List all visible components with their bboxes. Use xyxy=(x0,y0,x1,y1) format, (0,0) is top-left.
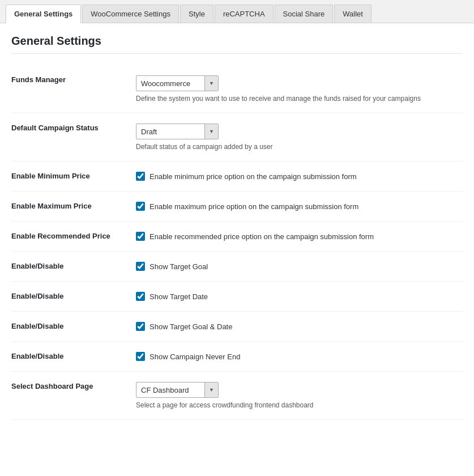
select-dashboard-page-value: CF Dashboard Select a page for access cr… xyxy=(136,372,463,420)
enable-disable-date-value: Show Target Date xyxy=(136,282,463,312)
enable-recommended-price-checkbox[interactable] xyxy=(136,232,145,241)
settings-table: Funds Manager Woocommerce Define the sys… xyxy=(11,65,463,420)
enable-minimum-price-checkbox-label: Enable minimum price option on the campa… xyxy=(150,172,357,181)
default-campaign-status-arrow xyxy=(204,124,218,139)
enable-disable-goal-date-row: Enable/Disable Show Target Goal & Date xyxy=(11,312,463,342)
enable-disable-never-end-value: Show Campaign Never End xyxy=(136,342,463,372)
enable-recommended-price-value: Enable recommended price option on the c… xyxy=(136,222,463,252)
default-campaign-status-label: Default Campaign Status xyxy=(11,113,136,162)
enable-disable-never-end-row: Enable/Disable Show Campaign Never End xyxy=(11,342,463,372)
enable-disable-goal-date-checkbox-label: Show Target Goal & Date xyxy=(150,322,232,331)
enable-disable-goal-checkbox-label: Show Target Goal xyxy=(150,262,208,271)
enable-maximum-price-label: Enable Maximum Price xyxy=(11,192,136,222)
enable-disable-goal-checkbox[interactable] xyxy=(136,262,145,271)
enable-disable-date-checkbox-label: Show Target Date xyxy=(150,292,208,301)
enable-disable-never-end-checkbox-label: Show Campaign Never End xyxy=(150,352,240,361)
content-area: General Settings Funds Manager Woocommer… xyxy=(0,23,474,476)
select-dashboard-page-select[interactable]: CF Dashboard xyxy=(136,385,204,396)
enable-disable-date-checkbox[interactable] xyxy=(136,292,145,301)
enable-minimum-price-value: Enable minimum price option on the campa… xyxy=(136,162,463,192)
tab-general[interactable]: General Settings xyxy=(6,5,81,23)
page-title: General Settings xyxy=(11,35,463,48)
funds-manager-row: Funds Manager Woocommerce Define the sys… xyxy=(11,65,463,113)
enable-disable-never-end-label: Enable/Disable xyxy=(11,342,136,372)
enable-maximum-price-checkbox[interactable] xyxy=(136,202,145,211)
enable-disable-goal-date-value: Show Target Goal & Date xyxy=(136,312,463,342)
enable-disable-goal-date-label: Enable/Disable xyxy=(11,312,136,342)
enable-minimum-price-label: Enable Minimum Price xyxy=(11,162,136,192)
tab-social-share[interactable]: Social Share xyxy=(275,5,334,23)
tab-style[interactable]: Style xyxy=(180,5,213,23)
tab-woocommerce[interactable]: WooCommerce Settings xyxy=(82,5,179,23)
funds-manager-value: Woocommerce Define the system you want t… xyxy=(136,65,463,113)
enable-disable-goal-label: Enable/Disable xyxy=(11,252,136,282)
select-dashboard-page-arrow xyxy=(204,382,218,398)
funds-manager-select-arrow xyxy=(204,75,218,91)
enable-disable-date-label: Enable/Disable xyxy=(11,282,136,312)
funds-manager-label: Funds Manager xyxy=(11,65,136,113)
default-campaign-status-select[interactable]: Draft Publish Pending xyxy=(136,126,204,137)
enable-disable-never-end-checkbox[interactable] xyxy=(136,352,145,361)
default-campaign-status-helper: Default status of a campaign added by a … xyxy=(136,143,463,151)
enable-maximum-price-value: Enable maximum price option on the campa… xyxy=(136,192,463,222)
tab-recaptcha[interactable]: reCAPTCHA xyxy=(215,5,274,23)
select-dashboard-page-label: Select Dashboard Page xyxy=(11,372,136,420)
default-campaign-status-value: Draft Publish Pending Default status of … xyxy=(136,113,463,162)
enable-disable-goal-row: Enable/Disable Show Target Goal xyxy=(11,252,463,282)
select-dashboard-page-row: Select Dashboard Page CF Dashboard Selec… xyxy=(11,372,463,420)
enable-minimum-price-row: Enable Minimum Price Enable minimum pric… xyxy=(11,162,463,192)
enable-maximum-price-checkbox-label: Enable maximum price option on the campa… xyxy=(150,202,358,211)
title-divider xyxy=(11,53,463,54)
enable-recommended-price-checkbox-label: Enable recommended price option on the c… xyxy=(150,232,374,241)
enable-disable-date-row: Enable/Disable Show Target Date xyxy=(11,282,463,312)
funds-manager-helper: Define the system you want to use to rec… xyxy=(136,95,463,103)
enable-maximum-price-row: Enable Maximum Price Enable maximum pric… xyxy=(11,192,463,222)
enable-recommended-price-row: Enable Recommended Price Enable recommen… xyxy=(11,222,463,252)
tabs-container: General Settings WooCommerce Settings St… xyxy=(0,0,474,23)
enable-recommended-price-label: Enable Recommended Price xyxy=(11,222,136,252)
enable-minimum-price-checkbox[interactable] xyxy=(136,172,145,181)
default-campaign-status-row: Default Campaign Status Draft Publish Pe… xyxy=(11,113,463,162)
funds-manager-select[interactable]: Woocommerce xyxy=(136,78,204,89)
enable-disable-goal-value: Show Target Goal xyxy=(136,252,463,282)
select-dashboard-page-helper: Select a page for access crowdfunding fr… xyxy=(136,401,463,409)
enable-disable-goal-date-checkbox[interactable] xyxy=(136,322,145,331)
tab-wallet[interactable]: Wallet xyxy=(334,5,371,23)
